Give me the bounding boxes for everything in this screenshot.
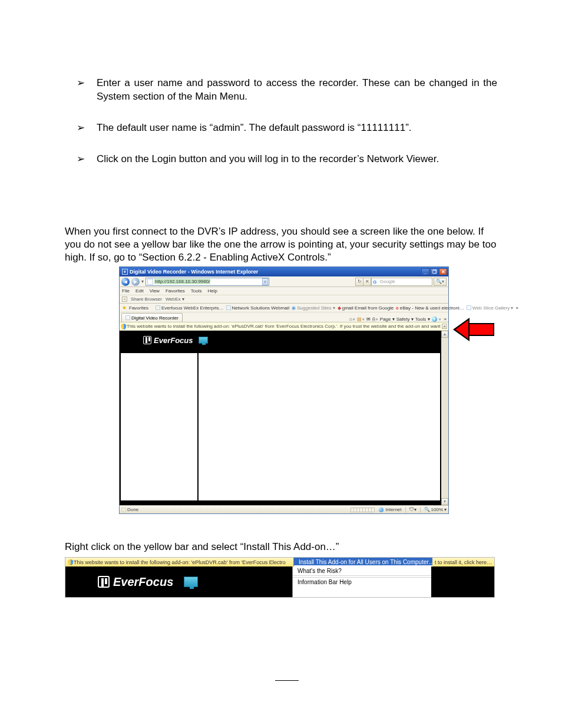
page-icon (226, 305, 231, 310)
mail-icon: ✉ (366, 317, 371, 322)
help-dropdown-icon[interactable]: ▾ (439, 317, 441, 322)
footer-rule (275, 680, 299, 681)
instruction-paragraph-2: Right click on the yellow bar and select… (65, 541, 497, 554)
shield-icon (121, 324, 127, 330)
menu-bar: File Edit View Favorites Tools Help (120, 287, 448, 295)
browser-tab[interactable]: Digital Video Recorder (121, 313, 183, 322)
feeds-button[interactable]: ▤▾ (357, 317, 365, 322)
bullet-marker-icon: ➢ (77, 153, 97, 166)
share-browser-button[interactable]: Share Browser (131, 297, 162, 302)
infobar-message: This website wants to install the follow… (74, 559, 286, 565)
page-content: EverFocus (120, 331, 441, 505)
mail-button[interactable]: ✉ (366, 317, 371, 322)
gmail-icon: ◆ (338, 305, 341, 311)
page-icon (121, 508, 126, 512)
refresh-button[interactable]: ↻ (355, 278, 363, 286)
security-zone[interactable]: Internet (385, 507, 401, 512)
bullet-text: Click on the Login button and you will l… (97, 153, 497, 166)
tools-menu[interactable]: Tools ▾ (415, 317, 430, 322)
print-button[interactable]: ⎙▾ (372, 317, 378, 322)
menu-edit[interactable]: Edit (135, 288, 144, 294)
search-input[interactable]: G Google (371, 278, 432, 286)
menu-tools[interactable]: Tools (191, 288, 202, 294)
infobar-right[interactable]: t to install it, click here… (432, 558, 494, 566)
page-menu[interactable]: Page ▾ (380, 317, 395, 322)
address-dropdown-icon[interactable]: v (262, 278, 268, 285)
search-go-button[interactable]: 🔍▾ (434, 278, 447, 286)
page-icon (147, 279, 153, 285)
help-button[interactable]: ? (432, 317, 437, 322)
monitor-icon (199, 337, 208, 344)
menu-item-risk[interactable]: What's the Risk? (293, 566, 431, 576)
maximize-button[interactable]: ❐ (430, 268, 438, 275)
menu-item-help[interactable]: Information Bar Help (293, 577, 431, 587)
share-toolbar: × Share Browser WebEx ▾ (120, 295, 448, 304)
fav-link[interactable]: ◉Suggested Sites ▾ (292, 305, 335, 311)
everfocus-logo: EverFocus (98, 575, 173, 589)
fav-link[interactable]: ◆gmail Email from Google (338, 305, 394, 311)
bullet-text: Enter a user name and password to access… (97, 77, 497, 104)
bullet-list: ➢ Enter a user name and password to acce… (77, 77, 497, 166)
page-icon (125, 315, 130, 320)
toolbar-close-icon[interactable]: × (122, 297, 127, 302)
overflow-chevron-icon[interactable]: » (515, 305, 518, 311)
window-title: Digital Video Recorder - Windows Interne… (130, 269, 421, 275)
address-text: http://192.168.10.30:9980/ (154, 279, 210, 284)
scroll-up-button[interactable]: ▲ (441, 331, 448, 338)
minimize-button[interactable]: _ (421, 268, 429, 275)
favorites-label[interactable]: Favorites (129, 305, 148, 311)
home-button[interactable]: ⌂▾ (349, 317, 355, 322)
favorites-star-icon[interactable]: ★ (122, 305, 127, 311)
bullet-item: ➢ The default user name is “admin”. The … (77, 121, 497, 135)
overflow-chevron-icon[interactable]: » (444, 317, 447, 322)
left-pane (121, 353, 197, 500)
protected-mode-icon[interactable]: 🛡▾ (409, 507, 416, 512)
close-button[interactable]: ✕ (439, 268, 447, 275)
page-right-area (431, 566, 494, 597)
vertical-scrollbar[interactable]: ▲ ▼ (441, 331, 448, 505)
ie-app-icon: e (122, 269, 128, 275)
progress-indicator (351, 508, 375, 512)
safety-menu[interactable]: Safety ▾ (396, 317, 414, 322)
menu-file[interactable]: File (122, 288, 130, 294)
status-bar: Done Internet 🛡▾ 🔍 100% ▾ (120, 505, 448, 513)
page-icon (467, 305, 471, 310)
callout-arrow-icon (453, 319, 494, 340)
activex-info-bar[interactable]: This website wants to install the follow… (65, 558, 293, 566)
fav-link[interactable]: Everfocus WebEx Enterpris… (156, 305, 224, 311)
infobar-message: This website wants to install the follow… (127, 324, 442, 329)
context-menu: Install This Add-on for All Users on Thi… (293, 558, 432, 566)
address-bar[interactable]: http://192.168.10.30:9980/ v (146, 278, 269, 286)
ebay-icon: e (396, 305, 398, 311)
activex-info-bar[interactable]: This website wants to install the follow… (120, 322, 448, 331)
brand-text: EverFocus (113, 575, 173, 589)
fav-link[interactable]: Network Solutions Webmail (226, 305, 290, 311)
bullet-item: ➢ Click on the Login button and you will… (77, 153, 497, 166)
nav-dropdown-icon[interactable]: ▾ (141, 279, 144, 284)
stop-button[interactable]: ✕ (363, 278, 371, 286)
forward-button[interactable]: ► (131, 278, 140, 286)
context-menu: What's the Risk? Information Bar Help (292, 566, 431, 597)
fav-link[interactable]: Web Slice Gallery ▾ (467, 305, 514, 311)
fav-link[interactable]: eeBay - New & used electroni… (396, 305, 464, 311)
everfocus-logo: EverFocus (143, 336, 193, 345)
command-bar: ⌂▾ ▤▾ ✉ ⎙▾ Page ▾ Safety ▾ Tools ▾ ?▾ » (349, 317, 447, 322)
scroll-down-button[interactable]: ▼ (441, 498, 448, 505)
monitor-icon (184, 577, 198, 587)
bullet-item: ➢ Enter a user name and password to acce… (77, 77, 497, 104)
window-titlebar[interactable]: e Digital Video Recorder - Windows Inter… (120, 267, 448, 276)
menu-view[interactable]: View (150, 288, 160, 294)
context-menu-screenshot: This website wants to install the follow… (65, 557, 495, 598)
rss-icon: ▤ (357, 317, 362, 322)
home-icon: ⌂ (349, 317, 352, 322)
menu-item-install[interactable]: Install This Add-on for All Users on Thi… (294, 558, 432, 565)
menu-favorites[interactable]: Favorites (166, 288, 185, 294)
instruction-paragraph: When you first connect to the DVR’s IP a… (65, 225, 497, 264)
status-done: Done (121, 507, 138, 512)
webex-button[interactable]: WebEx ▾ (166, 297, 184, 302)
zoom-control[interactable]: 🔍 100% ▾ (424, 507, 447, 512)
infobar-close-button[interactable]: × (442, 324, 447, 329)
google-icon: G (373, 279, 379, 285)
back-button[interactable]: ◄ (121, 278, 130, 286)
menu-help[interactable]: Help (207, 288, 217, 294)
